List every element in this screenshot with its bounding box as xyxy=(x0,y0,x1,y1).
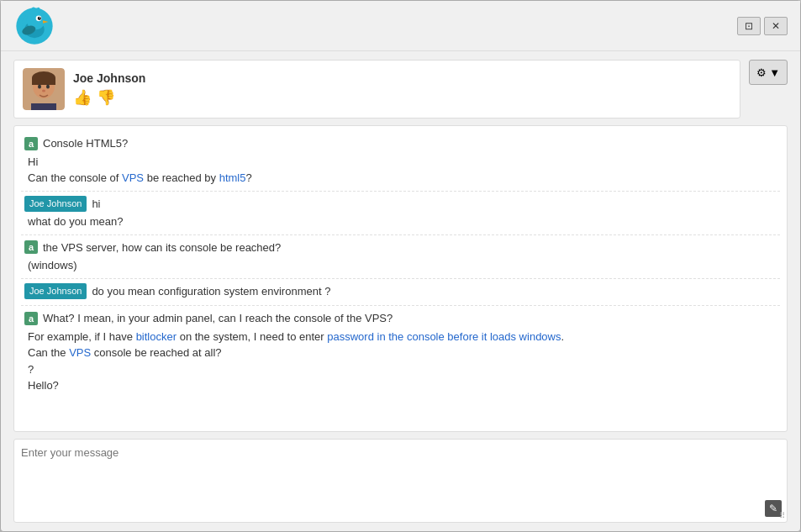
user-info: Joe Johnson 👍 👎 xyxy=(73,71,145,107)
gear-icon: ⚙ xyxy=(756,66,767,79)
window-controls: ⊡ ✕ xyxy=(737,17,788,35)
logo xyxy=(13,5,55,47)
chat-message: aConsole HTML5?HiCan the console of VPS … xyxy=(21,131,780,192)
chat-message: Joe Johnsonhiwhat do you mean? xyxy=(21,192,780,235)
message-line: Hello? xyxy=(28,377,777,394)
message-title: hi xyxy=(92,196,100,213)
svg-point-16 xyxy=(46,85,50,89)
main-content: Joe Johnson 👍 👎 ⚙ ▼ aConsole HTML5?HiCan… xyxy=(1,51,800,531)
message-input[interactable] xyxy=(21,446,780,515)
avatar xyxy=(23,68,65,110)
svg-point-17 xyxy=(42,90,45,92)
message-line: Can the console of VPS be reached by htm… xyxy=(28,170,777,187)
message-line: ? xyxy=(28,361,777,378)
anon-badge: a xyxy=(24,137,38,150)
message-body: what do you mean? xyxy=(24,213,777,230)
top-row: Joe Johnson 👍 👎 ⚙ ▼ xyxy=(13,60,788,119)
gear-button[interactable]: ⚙ ▼ xyxy=(749,60,788,85)
chat-message: athe VPS server, how can its console be … xyxy=(21,235,780,279)
svg-point-15 xyxy=(38,85,41,89)
restore-button[interactable]: ⊡ xyxy=(737,17,761,35)
svg-point-5 xyxy=(38,16,41,19)
close-button[interactable]: ✕ xyxy=(764,17,788,35)
svg-rect-14 xyxy=(32,78,55,85)
input-area: ✎ ⠿ xyxy=(13,439,788,523)
message-title: the VPS server, how can its console be r… xyxy=(43,240,281,256)
bird-icon xyxy=(13,5,55,47)
chat-area: aConsole HTML5?HiCan the console of VPS … xyxy=(13,125,788,432)
message-title: do you mean configuration system environ… xyxy=(92,283,330,300)
svg-point-6 xyxy=(40,17,40,18)
message-title: Console HTML5? xyxy=(43,135,128,152)
message-title: What? I mean, in your admin panel, can I… xyxy=(43,310,393,327)
chat-message: Joe Johnsondo you mean configuration sys… xyxy=(21,279,780,307)
gear-dropdown-arrow: ▼ xyxy=(769,66,780,79)
message-body: (windows) xyxy=(24,257,777,274)
thumbs-down-icon[interactable]: 👎 xyxy=(97,88,115,107)
svg-rect-18 xyxy=(31,103,56,110)
message-line: Hi xyxy=(28,154,777,171)
joe-badge: Joe Johnson xyxy=(24,196,87,212)
user-name: Joe Johnson xyxy=(73,71,145,85)
chat-window: ⊡ ✕ xyxy=(0,0,801,532)
joe-badge: Joe Johnson xyxy=(24,283,87,299)
message-line: what do you mean? xyxy=(28,213,777,230)
title-bar: ⊡ ✕ xyxy=(1,1,800,51)
resize-handle: ⠿ xyxy=(779,512,785,520)
message-line: For example, if I have bitlocker on the … xyxy=(28,329,777,345)
message-line: Can the VPS console be reached at all? xyxy=(28,345,777,361)
message-line: (windows) xyxy=(28,257,777,274)
chat-message: aWhat? I mean, in your admin panel, can … xyxy=(21,306,780,398)
anon-badge: a xyxy=(24,240,38,254)
anon-badge: a xyxy=(24,312,38,325)
user-card: Joe Johnson 👍 👎 xyxy=(13,60,740,119)
vote-buttons: 👍 👎 xyxy=(73,88,145,107)
thumbs-up-icon[interactable]: 👍 xyxy=(73,88,92,107)
message-body: For example, if I have bitlocker on the … xyxy=(24,329,777,394)
message-body: HiCan the console of VPS be reached by h… xyxy=(24,154,777,187)
